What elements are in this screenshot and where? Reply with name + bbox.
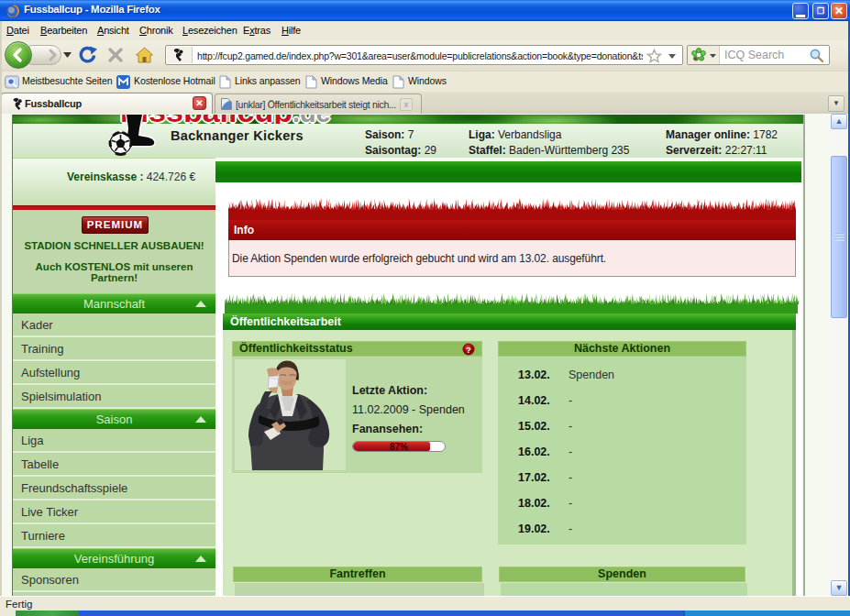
- svg-text:?: ?: [466, 345, 471, 355]
